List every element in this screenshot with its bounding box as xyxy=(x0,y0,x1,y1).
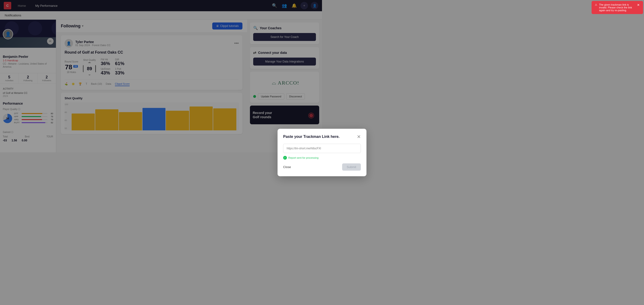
modal-title: Paste your Trackman Link here. xyxy=(283,134,322,139)
modal-overlay: Paste your Trackman Link here. ✕ ✓ Repor… xyxy=(0,0,322,152)
trackman-link-input[interactable] xyxy=(283,144,322,152)
trackman-modal: Paste your Trackman Link here. ✕ ✓ Repor… xyxy=(278,129,322,152)
modal-header: Paste your Trackman Link here. ✕ xyxy=(283,134,322,139)
